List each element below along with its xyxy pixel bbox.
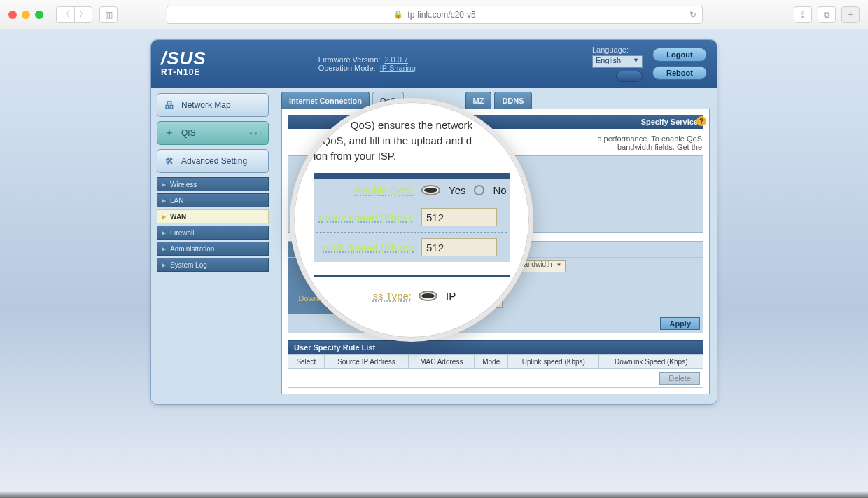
mag-uplink-label: uplink speed (Kbps): bbox=[316, 212, 421, 223]
sidebar: 品 Network Map ✦ QIS ● ● ○ 🛠 Advanced Set… bbox=[151, 88, 274, 404]
opmode-label: Operation Mode: bbox=[318, 64, 376, 72]
triangle-icon: ▶ bbox=[162, 246, 166, 252]
opmode-value[interactable]: IP Sharing bbox=[380, 64, 416, 72]
model-text: RT-N10E bbox=[161, 67, 206, 77]
col-source-ip: Source IP Address bbox=[324, 355, 409, 369]
sidebar-item-label: Wireless bbox=[170, 181, 197, 188]
triangle-icon: ▶ bbox=[162, 181, 166, 188]
radio-ip[interactable] bbox=[419, 291, 438, 301]
brand-text: /SUS bbox=[161, 50, 206, 67]
bottom-shadow bbox=[0, 491, 868, 498]
rule-table: Select Source IP Address MAC Address Mod… bbox=[288, 354, 704, 369]
triangle-icon: ▶ bbox=[162, 198, 166, 204]
url-text: tp-link.com/c20-v5 bbox=[407, 10, 475, 20]
language-block: Language: English bbox=[592, 46, 643, 82]
logout-button[interactable]: Logout bbox=[652, 48, 707, 62]
lock-icon: 🔒 bbox=[393, 10, 403, 19]
url-bar[interactable]: 🔒 tp-link.com/c20-v5 ↻ bbox=[167, 6, 703, 24]
radio-yes-label: Yes bbox=[449, 184, 465, 196]
minimize-window-icon[interactable] bbox=[22, 11, 30, 19]
language-go-button[interactable] bbox=[616, 71, 643, 82]
rule-list-header: User Specify Rule List bbox=[288, 340, 704, 354]
sidebar-item-network-map[interactable]: 品 Network Map bbox=[157, 93, 269, 117]
help-icon[interactable]: ? bbox=[696, 116, 706, 126]
radio-yes[interactable] bbox=[421, 185, 440, 195]
sidebar-sub-syslog[interactable]: ▶System Log bbox=[157, 258, 269, 272]
triangle-icon: ▶ bbox=[162, 230, 166, 236]
mag-section-bar bbox=[314, 173, 510, 179]
new-tab-button[interactable]: ＋ bbox=[841, 6, 860, 23]
sidebar-sub-wireless[interactable]: ▶Wireless bbox=[157, 177, 269, 191]
page-background: /SUS RT-N10E Firmware Version: 2.0.0.7 O… bbox=[0, 29, 868, 498]
header-info: Firmware Version: 2.0.0.7 Operation Mode… bbox=[318, 55, 416, 72]
col-downlink: Downlink Speed (Kbps) bbox=[599, 355, 704, 369]
sidebar-sub-wan[interactable]: ▶WAN bbox=[157, 209, 269, 223]
tab-bar: Internet Connection QoS MZ DDNS bbox=[281, 92, 710, 109]
brand-logo: /SUS RT-N10E bbox=[161, 50, 206, 76]
back-button[interactable]: 〈 bbox=[56, 6, 74, 23]
sidebar-item-label: Network Map bbox=[181, 100, 231, 110]
fw-label: Firmware Version: bbox=[318, 55, 381, 64]
sidebar-item-label: QIS bbox=[181, 128, 196, 138]
apply-button[interactable]: Apply bbox=[660, 317, 700, 330]
col-select: Select bbox=[288, 355, 325, 369]
tab-dmz[interactable]: MZ bbox=[465, 92, 492, 109]
reboot-button[interactable]: Reboot bbox=[652, 66, 707, 80]
sidebar-item-label: Advanced Setting bbox=[181, 156, 247, 166]
radio-ip-label: IP bbox=[446, 290, 456, 302]
mag-downlink-label: nlink Speed (Kbps): bbox=[316, 242, 421, 254]
sidebar-item-label: Administration bbox=[170, 245, 214, 253]
section-bar-label: Specify Service bbox=[641, 118, 698, 126]
magnifier-overlay: QoS) ensures the network e QoS, and fill… bbox=[290, 98, 533, 342]
wand-icon: ✦ bbox=[163, 128, 176, 138]
triangle-icon: ▶ bbox=[162, 262, 166, 268]
delete-row: Delete bbox=[288, 369, 704, 388]
tab-ddns[interactable]: DDNS bbox=[494, 92, 531, 109]
sidebar-sub-lan[interactable]: ▶LAN bbox=[157, 193, 269, 207]
radio-no-label: No bbox=[493, 184, 506, 196]
fw-value[interactable]: 2.0.0.7 bbox=[384, 55, 408, 64]
language-select[interactable]: English bbox=[592, 55, 643, 68]
mag-addr-type-label: ss Type: bbox=[314, 290, 419, 302]
window-controls bbox=[8, 11, 43, 19]
col-uplink: Uplink speed (Kbps) bbox=[508, 355, 599, 369]
mag-description: QoS) ensures the network e QoS, and fill… bbox=[314, 118, 510, 163]
radio-no[interactable] bbox=[474, 185, 484, 195]
dots-icon: ● ● ○ bbox=[249, 130, 262, 137]
language-label: Language: bbox=[592, 46, 643, 54]
triangle-icon: ▶ bbox=[162, 214, 166, 220]
sidebar-sub-firewall[interactable]: ▶Firewall bbox=[157, 226, 269, 240]
mag-downlink-input[interactable]: 512 bbox=[421, 238, 497, 256]
sidebar-item-label: WAN bbox=[170, 213, 186, 221]
close-window-icon[interactable] bbox=[8, 11, 17, 19]
sidebar-toggle-icon[interactable]: ▥ bbox=[99, 6, 118, 23]
share-icon[interactable]: ⇪ bbox=[794, 6, 812, 23]
tab-internet-connection[interactable]: Internet Connection bbox=[281, 92, 370, 109]
sidebar-item-label: System Log bbox=[170, 261, 207, 269]
mag-enable-label: Enable QoS: bbox=[316, 184, 421, 196]
maximize-window-icon[interactable] bbox=[35, 11, 43, 19]
reload-icon[interactable]: ↻ bbox=[690, 10, 696, 20]
network-map-icon: 品 bbox=[163, 99, 176, 111]
tools-icon: 🛠 bbox=[163, 156, 176, 166]
nav-buttons: 〈 〉 bbox=[56, 6, 92, 23]
sidebar-item-advanced[interactable]: 🛠 Advanced Setting bbox=[157, 149, 269, 173]
sidebar-item-label: Firewall bbox=[170, 229, 194, 237]
sidebar-item-qis[interactable]: ✦ QIS ● ● ○ bbox=[157, 121, 269, 145]
delete-button[interactable]: Delete bbox=[659, 372, 700, 385]
col-mode: Mode bbox=[475, 355, 508, 369]
sidebar-sub-admin[interactable]: ▶Administration bbox=[157, 242, 269, 256]
browser-chrome: 〈 〉 ▥ 🔒 tp-link.com/c20-v5 ↻ ⇪ ⧉ ＋ bbox=[0, 0, 868, 29]
tabs-icon[interactable]: ⧉ bbox=[818, 6, 836, 23]
col-mac: MAC Address bbox=[409, 355, 475, 369]
forward-button[interactable]: 〉 bbox=[74, 6, 92, 23]
sidebar-item-label: LAN bbox=[170, 197, 183, 205]
mag-uplink-input[interactable]: 512 bbox=[421, 208, 497, 226]
router-header: /SUS RT-N10E Firmware Version: 2.0.0.7 O… bbox=[151, 40, 717, 88]
